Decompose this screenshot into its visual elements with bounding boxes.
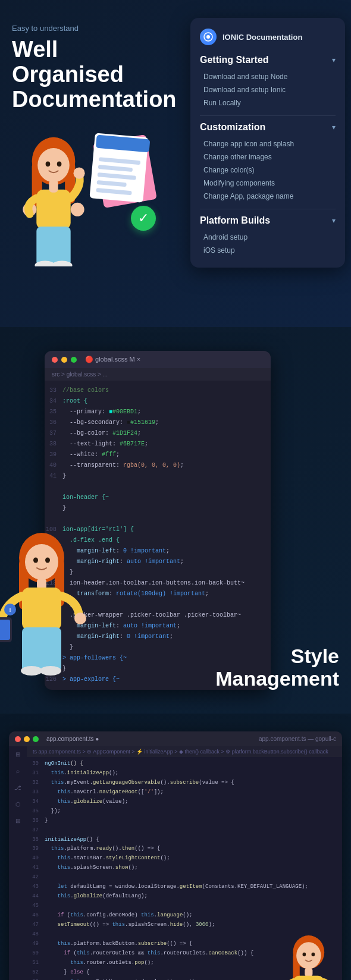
source-control-icon: ⎇ — [13, 784, 23, 794]
doc-item-download-node[interactable]: Download and setup Node — [200, 70, 336, 83]
svg-rect-13 — [36, 227, 70, 266]
svg-point-50 — [302, 952, 306, 956]
getting-started-chevron: ▾ — [332, 56, 336, 64]
dot2-red — [15, 736, 21, 742]
doc-card-title: IONIC Documentation — [222, 33, 302, 42]
svg-point-6 — [46, 162, 51, 167]
svg-rect-36 — [0, 620, 10, 640]
character-area: ✓ — [12, 124, 339, 266]
code-line: 30ngOnInit() { — [27, 759, 342, 769]
dot-yellow — [61, 357, 67, 363]
code-line: 37 — [27, 826, 342, 835]
code-line: 35 --primary: ■#00EBD1; — [45, 407, 271, 417]
svg-point-51 — [312, 952, 315, 956]
svg-text:!: ! — [10, 607, 11, 613]
code-line: ion-header {~ — [45, 492, 271, 503]
svg-point-5 — [37, 148, 70, 182]
code-line: 38initializeApp() { — [27, 835, 342, 845]
debug-icon: ⬡ — [13, 801, 23, 811]
section1: Easy to understand Well Organised Docume… — [0, 0, 351, 327]
editor2-breadcrumb: ts app.component.ts > ⊕ AppComponent > ⚡… — [27, 746, 342, 757]
code-line: 36 --bg-secondary: ■#151619; — [45, 417, 271, 428]
section3: app.component.ts ● app.component.ts — go… — [0, 714, 351, 980]
svg-rect-52 — [305, 968, 312, 976]
divider1 — [200, 115, 336, 116]
code-line: } — [45, 503, 271, 514]
code-line: 33//base colors — [45, 385, 271, 396]
code-line: 32 this.myEvent.getLanguageObservable().… — [27, 778, 342, 788]
dot-red — [52, 357, 58, 363]
code-line: 31 this.initializeApp(); — [27, 769, 342, 778]
code-line: 37 --bg-color: #1D1F24; — [45, 428, 271, 439]
code-line: 34:root { — [45, 396, 271, 407]
svg-point-32 — [45, 558, 50, 563]
svg-point-40 — [40, 666, 61, 676]
code-line: 44 this.globalize(defaultLang); — [27, 892, 342, 902]
editor-breadcrumb: src > global.scss > ... — [45, 368, 271, 381]
dot2-yellow — [24, 736, 30, 742]
svg-rect-8 — [36, 190, 70, 230]
editor-titlebar: 🔴 global.scss M × — [45, 351, 271, 368]
editor2-top-breadcrumb: app.component.ts — gopull-c — [259, 736, 336, 742]
section2: ! 🔴 global.scss M × src > global.scss > … — [0, 327, 351, 714]
character3-illustration — [250, 935, 345, 980]
svg-rect-34 — [22, 588, 61, 630]
svg-rect-38 — [22, 627, 61, 672]
editor2-titlebar: app.component.ts ● app.component.ts — go… — [9, 731, 342, 746]
code-line: 40 --transparent: rgba(0, 0, 0, 0); — [45, 460, 271, 471]
code-line: 47 setTimeout(() => this.splashScreen.hi… — [27, 921, 342, 930]
code-line — [45, 514, 271, 524]
section2-title: Style Management — [215, 645, 339, 690]
code-line: 41 this.splashScreen.show(); — [27, 863, 342, 873]
sidebar-icons: ⊞ ⌕ ⎇ ⬡ ⊞ — [9, 746, 27, 980]
svg-point-1 — [206, 35, 210, 39]
code-line: 38 --text-light: #6B717E; — [45, 439, 271, 450]
editor-filename: 🔴 global.scss M × — [85, 356, 140, 363]
doc-item-download-ionic[interactable]: Download and setup Ionic — [200, 83, 336, 96]
code-line: 36} — [27, 816, 342, 826]
code-line: 43 let defaultLang = window.localStorage… — [27, 882, 342, 892]
code-line: 42 — [27, 873, 342, 882]
headline: Well Organised Documentation — [12, 37, 167, 112]
code-line: 39 --white: #fff; — [45, 450, 271, 460]
getting-started-header[interactable]: Getting Started ▾ — [200, 55, 336, 65]
svg-point-31 — [33, 558, 38, 563]
doc-item-run-locally[interactable]: Run Locally — [200, 96, 336, 109]
code-line: 35 }); — [27, 807, 342, 816]
character2-illustration: ! — [0, 529, 92, 696]
dot-green — [71, 357, 77, 363]
search-icon2: ⌕ — [13, 768, 23, 777]
svg-point-49 — [296, 942, 321, 969]
extensions-icon: ⊞ — [13, 818, 23, 827]
code-line: 41} — [45, 471, 271, 482]
doc-card-header: IONIC Documentation — [200, 29, 336, 45]
svg-rect-53 — [293, 976, 324, 980]
code-line: 34 this.globalize(value); — [27, 797, 342, 807]
svg-point-37 — [74, 612, 86, 624]
code-line: 40 this.statusBar.styleLightContent(); — [27, 854, 342, 863]
code-line: 46 if (this.config.demoMode) this.langua… — [27, 911, 342, 921]
code-line: 45 — [27, 902, 342, 911]
svg-point-7 — [57, 162, 62, 167]
paper-illustration — [77, 130, 173, 213]
editor2-filename: app.component.ts ● — [46, 736, 99, 742]
code-line: 39 this.platform.ready().then(() => { — [27, 844, 342, 854]
svg-rect-9 — [49, 180, 58, 193]
svg-point-30 — [25, 544, 58, 580]
files-icon: ⊞ — [13, 751, 23, 761]
ionic-logo — [200, 29, 217, 45]
code-line — [45, 482, 271, 492]
getting-started-title: Getting Started — [200, 55, 269, 65]
code-line: 33 this.navCtrl.navigateRoot(['/']); — [27, 788, 342, 797]
svg-point-39 — [21, 666, 42, 676]
dot2-green — [33, 736, 39, 742]
checkmark-badge: ✓ — [131, 206, 156, 231]
